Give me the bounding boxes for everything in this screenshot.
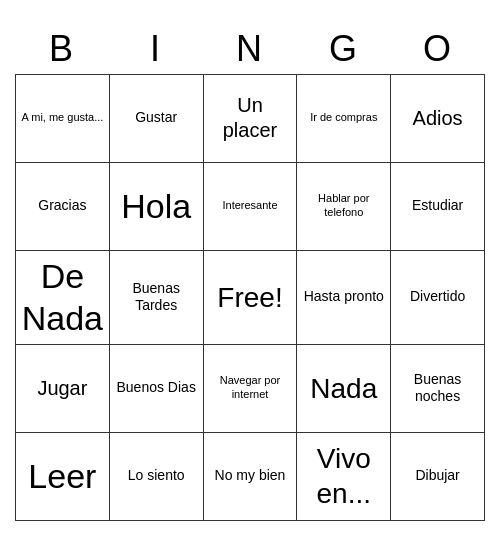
cell-1-3: Hablar por telefono	[301, 192, 386, 220]
cell-1-4: Estudiar	[412, 197, 463, 215]
table-row: Ir de compras	[297, 75, 391, 163]
table-row: Lo siento	[110, 433, 204, 521]
cell-4-2: No my bien	[215, 467, 286, 485]
cell-4-4: Dibujar	[415, 467, 459, 485]
bingo-header: B I N G O	[15, 24, 485, 74]
cell-2-3: Hasta pronto	[304, 288, 384, 306]
header-b: B	[15, 24, 109, 74]
header-g: G	[297, 24, 391, 74]
table-row: Vivo en...	[297, 433, 391, 521]
table-row: Estudiar	[391, 163, 485, 251]
table-row: Interesante	[204, 163, 298, 251]
table-row: Un placer	[204, 75, 298, 163]
cell-0-4: Adios	[413, 106, 463, 131]
table-row: De Nada	[16, 251, 110, 345]
cell-3-3: Nada	[310, 371, 377, 406]
cell-4-0: Leer	[28, 455, 96, 498]
bingo-grid: A mi, me gusta...GustarUn placerIr de co…	[15, 74, 485, 521]
table-row: Jugar	[16, 345, 110, 433]
cell-0-3: Ir de compras	[310, 111, 377, 125]
table-row: Buenos Dias	[110, 345, 204, 433]
table-row: No my bien	[204, 433, 298, 521]
table-row: Buenas Tardes	[110, 251, 204, 345]
cell-3-4: Buenas noches	[395, 371, 480, 406]
table-row: Hablar por telefono	[297, 163, 391, 251]
table-row: Buenas noches	[391, 345, 485, 433]
table-row: Gustar	[110, 75, 204, 163]
cell-0-1: Gustar	[135, 109, 177, 127]
cell-2-1: Buenas Tardes	[114, 280, 199, 315]
table-row: Free!	[204, 251, 298, 345]
header-i: I	[109, 24, 203, 74]
cell-0-2: Un placer	[208, 93, 293, 143]
cell-3-1: Buenos Dias	[117, 379, 196, 397]
table-row: A mi, me gusta...	[16, 75, 110, 163]
table-row: Divertido	[391, 251, 485, 345]
cell-3-2: Navegar por internet	[208, 374, 293, 402]
table-row: Hola	[110, 163, 204, 251]
cell-1-1: Hola	[121, 185, 191, 228]
table-row: Dibujar	[391, 433, 485, 521]
table-row: Leer	[16, 433, 110, 521]
cell-4-1: Lo siento	[128, 467, 185, 485]
cell-3-0: Jugar	[37, 376, 87, 401]
bingo-card: B I N G O A mi, me gusta...GustarUn plac…	[15, 24, 485, 521]
cell-2-4: Divertido	[410, 288, 465, 306]
table-row: Gracias	[16, 163, 110, 251]
header-n: N	[203, 24, 297, 74]
header-o: O	[391, 24, 485, 74]
cell-2-0: De Nada	[20, 255, 105, 340]
table-row: Nada	[297, 345, 391, 433]
cell-2-2: Free!	[217, 280, 282, 315]
table-row: Hasta pronto	[297, 251, 391, 345]
cell-4-3: Vivo en...	[301, 441, 386, 511]
table-row: Navegar por internet	[204, 345, 298, 433]
table-row: Adios	[391, 75, 485, 163]
cell-1-0: Gracias	[38, 197, 86, 215]
cell-0-0: A mi, me gusta...	[21, 111, 103, 125]
cell-1-2: Interesante	[222, 199, 277, 213]
